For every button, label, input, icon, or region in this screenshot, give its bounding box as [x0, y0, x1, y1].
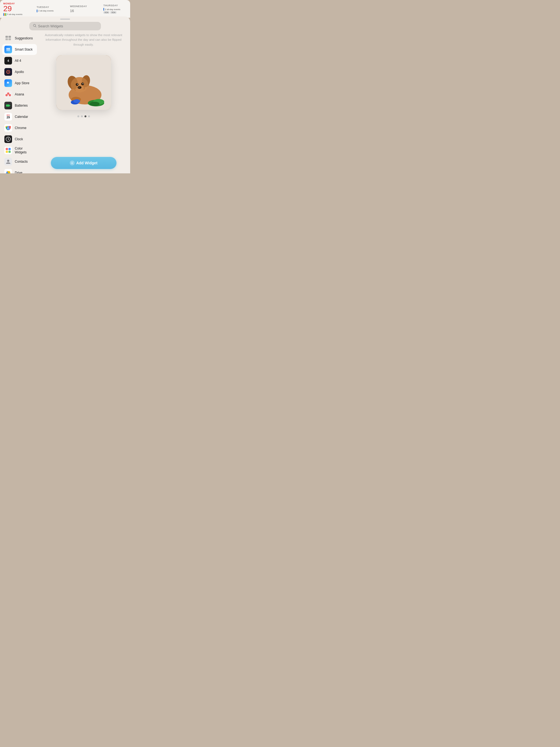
sidebar-item-all4[interactable]: 4 All 4 [2, 55, 37, 66]
tuesday-events: 2 all-day events [36, 9, 61, 12]
drive-icon [4, 169, 12, 173]
sidebar-item-label: All 4 [15, 59, 21, 62]
monday-num: 29 [3, 5, 28, 12]
svg-point-68 [78, 87, 80, 87]
plus-circle-icon: + [70, 160, 75, 165]
calendar-wednesday: WEDNESDAY 16 [70, 5, 95, 13]
sidebar-item-suggestions[interactable]: Suggestions [2, 33, 37, 44]
description-text: Automatically rotates widgets to show th… [37, 33, 130, 47]
svg-point-22 [8, 139, 8, 139]
svg-rect-26 [8, 151, 11, 153]
sidebar-item-label: Contacts [15, 160, 28, 163]
appstore-icon [4, 79, 12, 87]
sidebar-item-label: Batteries [15, 104, 28, 107]
sidebar-item-smart-stack[interactable]: Smart Stack [2, 44, 37, 55]
sidebar-item-label: Suggestions [15, 36, 33, 40]
svg-rect-14 [6, 104, 9, 107]
svg-line-1 [35, 26, 36, 27]
sidebar-item-label: Apollo [15, 70, 24, 74]
svg-rect-6 [6, 48, 10, 49]
page-dot-1[interactable] [77, 115, 79, 117]
svg-rect-23 [6, 148, 8, 150]
sidebar-item-asana[interactable]: Asana [2, 89, 37, 100]
thursday-label: THURSDAY [103, 4, 128, 7]
dog-image [56, 55, 111, 110]
drag-handle[interactable] [60, 19, 70, 20]
svg-point-67 [78, 86, 81, 89]
add-widget-button[interactable]: + Add Widget [51, 157, 117, 169]
clock-icon [4, 135, 12, 143]
svg-point-10 [8, 71, 9, 73]
thursday-events: 2 all-day events [103, 8, 128, 11]
add-widget-label: Add Widget [76, 161, 98, 165]
monday-events: 5 all-day events [3, 13, 28, 16]
sidebar-item-label: App Store [15, 81, 29, 85]
sidebar-item-clock[interactable]: Clock [2, 134, 37, 145]
calendar-monday: MONDAY 29 5 all-day events [3, 2, 28, 16]
sidebar-item-chrome[interactable]: Chrome [2, 123, 37, 133]
svg-rect-3 [8, 36, 11, 38]
sidebar-item-drive[interactable]: Drive [2, 168, 37, 173]
svg-point-66 [82, 83, 83, 84]
svg-point-18 [7, 127, 9, 129]
search-icon [33, 24, 36, 28]
calendar-icon: MON 29 [4, 113, 12, 121]
page-dots [77, 115, 90, 117]
svg-rect-7 [6, 49, 10, 50]
svg-point-74 [90, 102, 100, 106]
calendar-tuesday: TUESDAY 2 all-day events [36, 6, 61, 12]
sidebar: Suggestions Smart Stack 4 All 4 [0, 17, 37, 173]
wednesday-label: WEDNESDAY [70, 5, 95, 8]
search-bar[interactable]: Search Widgets [29, 22, 101, 30]
svg-rect-4 [5, 38, 8, 40]
search-placeholder: Search Widgets [38, 24, 63, 28]
sidebar-item-label: Calendar [15, 115, 28, 119]
svg-point-13 [9, 94, 11, 96]
batteries-icon [4, 102, 12, 109]
svg-rect-15 [9, 105, 10, 106]
contacts-icon [4, 158, 12, 165]
apollo-icon [4, 68, 12, 76]
asana-icon [4, 91, 12, 98]
svg-point-27 [7, 160, 9, 162]
svg-rect-8 [6, 50, 10, 51]
svg-point-65 [77, 84, 78, 85]
tuesday-label: TUESDAY [36, 6, 61, 8]
svg-point-12 [5, 94, 8, 96]
sidebar-item-calendar[interactable]: MON 29 Calendar [2, 111, 37, 122]
widget-preview [56, 55, 111, 110]
colorwidgets-icon [4, 147, 12, 154]
sidebar-item-contacts[interactable]: Contacts [2, 156, 37, 167]
page-dot-2[interactable] [81, 115, 83, 117]
sidebar-item-label: Chrome [15, 126, 27, 130]
chrome-icon [4, 124, 12, 132]
svg-point-62 [71, 77, 88, 93]
sidebar-item-batteries[interactable]: Batteries [2, 100, 37, 111]
calendar-peek: MONDAY 29 5 all-day events TUESDAY 2 all… [0, 0, 130, 18]
all4-icon: 4 [4, 57, 12, 65]
widget-panel: Search Widgets Suggestions [0, 17, 130, 173]
content-area: Automatically rotates widgets to show th… [37, 17, 130, 173]
calendar-thursday: THURSDAY 2 all-day events XDA XDA [103, 4, 128, 14]
sidebar-item-label: Clock [15, 137, 23, 141]
sidebar-item-label: Asana [15, 93, 24, 96]
search-container: Search Widgets [29, 22, 101, 30]
sidebar-item-label: Drive [15, 171, 22, 173]
suggestions-icon [4, 34, 12, 42]
svg-rect-2 [5, 36, 8, 38]
sidebar-item-label: Color Widgets [15, 147, 35, 154]
svg-rect-25 [6, 151, 8, 153]
sidebar-item-apollo[interactable]: Apollo [2, 67, 37, 77]
svg-point-71 [74, 99, 80, 103]
page-dot-4[interactable] [88, 115, 90, 117]
smart-stack-icon [4, 46, 12, 53]
svg-rect-24 [8, 148, 11, 150]
sidebar-item-app-store[interactable]: App Store [2, 78, 37, 88]
svg-point-11 [7, 93, 9, 95]
sidebar-item-color-widgets[interactable]: Color Widgets [2, 145, 37, 156]
sidebar-item-label: Smart Stack [15, 48, 32, 51]
page-dot-3[interactable] [84, 115, 86, 117]
svg-rect-5 [8, 38, 11, 40]
